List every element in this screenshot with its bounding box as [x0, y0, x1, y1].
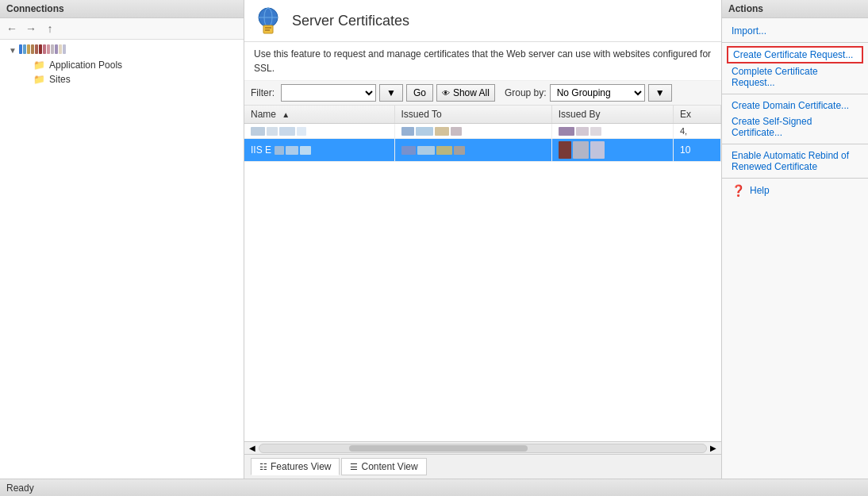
- status-bar: Ready: [0, 479, 868, 496]
- complete-cert-request-link[interactable]: Complete Certificate Request...: [732, 66, 858, 88]
- main-content: Server Certificates Use this feature to …: [244, 0, 721, 479]
- group-by-label: Group by:: [505, 87, 547, 98]
- help-icon: ❓: [732, 184, 745, 197]
- sites-label: Sites: [49, 74, 71, 85]
- tree-row-root[interactable]: ▼: [0, 43, 244, 58]
- show-all-icon: 👁: [442, 89, 450, 98]
- go-button[interactable]: Go: [406, 84, 433, 102]
- action-complete-cert-request[interactable]: Complete Certificate Request...: [722, 63, 868, 90]
- status-text: Ready: [6, 483, 34, 494]
- group-dropdown-btn[interactable]: ▼: [648, 84, 672, 102]
- filter-label: Filter:: [251, 87, 275, 98]
- group-by-select[interactable]: No Grouping: [550, 84, 645, 102]
- svg-rect-4: [263, 25, 273, 33]
- up-button[interactable]: ↑: [41, 20, 59, 37]
- table-row[interactable]: 4,: [244, 124, 721, 139]
- action-help[interactable]: ❓ Help: [722, 182, 868, 199]
- table-header-row: Name ▲ Issued To Issued By Ex: [244, 106, 721, 124]
- group-dropdown-icon: ▼: [655, 87, 665, 98]
- connections-toolbar: ← → ↑: [0, 18, 244, 40]
- app-layout: Connections ← → ↑ ▼: [0, 0, 868, 479]
- filter-select[interactable]: [281, 84, 376, 102]
- show-all-button[interactable]: 👁 Show All: [436, 84, 495, 102]
- action-create-cert-request[interactable]: Create Certificate Request...: [727, 46, 863, 63]
- hscroll-thumb[interactable]: [349, 445, 528, 452]
- cell-issued-to-iise: [394, 139, 551, 162]
- actions-divider-2: [722, 94, 868, 94]
- action-import[interactable]: Import...: [722, 23, 868, 39]
- col-header-issued-to[interactable]: Issued To: [394, 106, 551, 124]
- certificate-table-container: Name ▲ Issued To Issued By Ex: [244, 106, 721, 441]
- tree-row-sites[interactable]: 📁 Sites: [0, 72, 244, 87]
- page-icon: [254, 6, 282, 35]
- create-self-signed-link[interactable]: Create Self-Signed Certificate...: [732, 116, 858, 138]
- cell-expiration-iise: 10: [674, 139, 721, 162]
- app-pools-label: Application Pools: [49, 60, 122, 71]
- bottom-tabs: ☷ Features View ☰ Content View: [244, 454, 721, 479]
- forward-button[interactable]: →: [22, 20, 40, 37]
- cell-name-iise: IIS E: [244, 139, 394, 162]
- app-pools-icon: 📁: [32, 60, 46, 71]
- actions-divider-3: [722, 144, 868, 144]
- actions-divider-4: [722, 178, 868, 179]
- content-view-label: Content View: [361, 461, 417, 472]
- filter-dropdown-btn[interactable]: ▼: [379, 84, 403, 102]
- certificate-svg-icon: [254, 6, 282, 35]
- table-row-iise[interactable]: IIS E: [244, 139, 721, 162]
- hscroll-left-btn[interactable]: ◀: [246, 444, 259, 452]
- go-label: Go: [413, 87, 426, 98]
- hscroll-right-btn[interactable]: ▶: [707, 444, 720, 452]
- features-view-icon: ☷: [259, 462, 267, 472]
- connections-header: Connections: [0, 0, 244, 18]
- cell-issued-by: [551, 124, 673, 139]
- actions-panel: Actions Import... Create Certificate Req…: [721, 0, 868, 479]
- sort-arrow-name: ▲: [282, 110, 290, 119]
- col-header-issued-by[interactable]: Issued By: [551, 106, 673, 124]
- connections-title: Connections: [6, 3, 64, 14]
- page-title: Server Certificates: [292, 13, 409, 29]
- hscroll-track[interactable]: [259, 444, 707, 453]
- action-create-domain-cert[interactable]: Create Domain Certificate...: [722, 98, 868, 113]
- certificate-table: Name ▲ Issued To Issued By Ex: [244, 106, 721, 162]
- filter-bar: Filter: ▼ Go 👁 Show All Group by: No Gro…: [244, 81, 721, 106]
- action-enable-auto-rebind[interactable]: Enable Automatic Rebind of Renewed Certi…: [722, 148, 868, 175]
- create-cert-request-link[interactable]: Create Certificate Request...: [733, 49, 853, 60]
- sites-icon: 📁: [32, 74, 46, 85]
- filter-funnel-icon: ▼: [386, 87, 396, 98]
- tab-content-view[interactable]: ☰ Content View: [341, 458, 426, 475]
- help-link[interactable]: Help: [750, 185, 770, 196]
- actions-header: Actions: [722, 0, 868, 18]
- page-header: Server Certificates: [244, 0, 721, 42]
- root-icon: [19, 44, 33, 56]
- actions-list: Import... Create Certificate Request... …: [722, 18, 868, 204]
- hscroll-area[interactable]: ◀ ▶: [244, 441, 721, 454]
- tree-row-app-pools[interactable]: 📁 Application Pools: [0, 58, 244, 72]
- show-all-label: Show All: [453, 87, 490, 98]
- create-domain-cert-link[interactable]: Create Domain Certificate...: [732, 100, 849, 111]
- col-header-expiration[interactable]: Ex: [674, 106, 721, 124]
- col-header-name[interactable]: Name ▲: [244, 106, 394, 124]
- enable-auto-rebind-link[interactable]: Enable Automatic Rebind of Renewed Certi…: [732, 150, 858, 172]
- back-button[interactable]: ←: [3, 20, 21, 37]
- cell-issued-by-iise: [551, 139, 673, 162]
- cell-name: [244, 124, 394, 139]
- connections-panel: Connections ← → ↑ ▼: [0, 0, 244, 479]
- actions-divider-1: [722, 42, 868, 43]
- features-view-label: Features View: [271, 461, 331, 472]
- cell-expiration: 4,: [674, 124, 721, 139]
- import-link[interactable]: Import...: [732, 25, 766, 37]
- connections-tree: ▼: [0, 40, 244, 479]
- page-description: Use this feature to request and manage c…: [244, 42, 721, 81]
- expand-icon-root[interactable]: ▼: [6, 46, 19, 55]
- cell-issued-to: [394, 124, 551, 139]
- action-create-self-signed[interactable]: Create Self-Signed Certificate...: [722, 113, 868, 140]
- tab-features-view[interactable]: ☷ Features View: [251, 458, 340, 475]
- content-view-icon: ☰: [350, 462, 358, 472]
